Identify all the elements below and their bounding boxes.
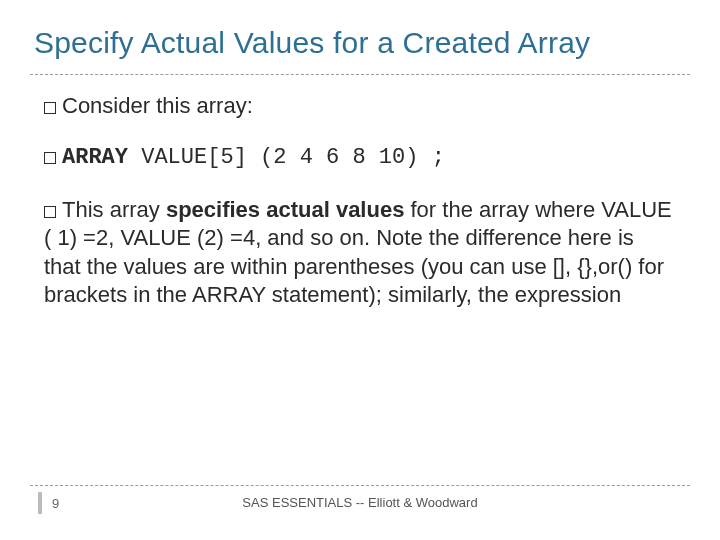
slide-title: Specify Actual Values for a Created Arra…	[34, 26, 686, 60]
bullet-icon	[44, 152, 56, 164]
slide-body: Consider this array: ARRAY VALUE[5] (2 4…	[44, 92, 676, 333]
explain-lead: This array	[62, 197, 166, 222]
code-keyword: ARRAY	[62, 145, 128, 170]
intro-text: Consider this array:	[62, 93, 253, 118]
footer-divider	[30, 485, 690, 486]
code-rest: VALUE[5] (2 4 6 8 10) ;	[128, 145, 445, 170]
bullet-icon	[44, 102, 56, 114]
bullet-intro: Consider this array:	[44, 92, 676, 120]
slide: Specify Actual Values for a Created Arra…	[0, 0, 720, 540]
footer-credit: SAS ESSENTIALS -- Elliott & Woodward	[0, 495, 720, 510]
bullet-code: ARRAY VALUE[5] (2 4 6 8 10) ;	[44, 144, 676, 172]
bullet-icon	[44, 206, 56, 218]
explain-bold: specifies actual values	[166, 197, 404, 222]
bullet-explain: This array specifies actual values for t…	[44, 196, 676, 309]
title-divider	[30, 74, 690, 75]
